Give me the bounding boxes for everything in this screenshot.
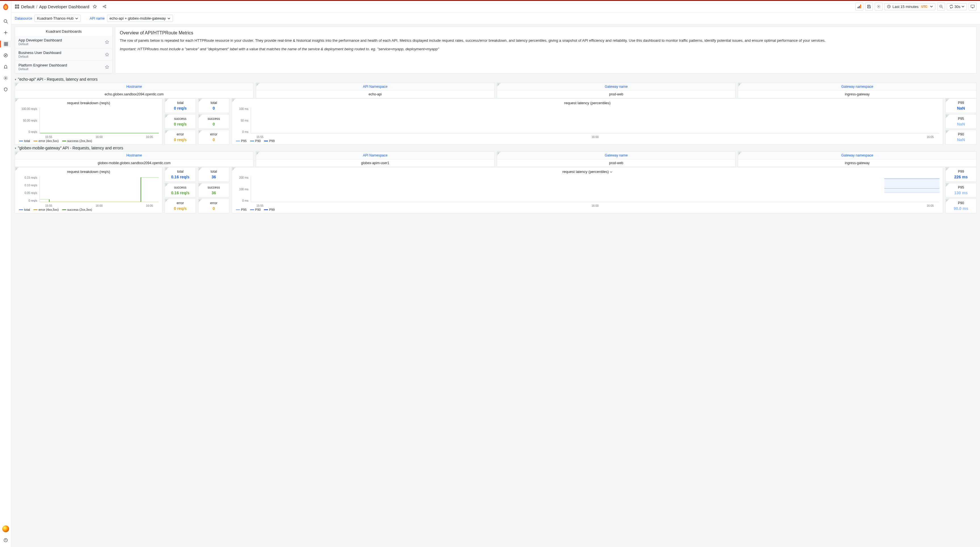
panel-info-icon[interactable]: i [946, 130, 950, 134]
chart-plot[interactable] [40, 107, 159, 134]
chevron-down-icon: ▾ [15, 78, 16, 81]
panel-info-icon[interactable]: i [199, 183, 202, 187]
panel-info-icon[interactable]: i [946, 115, 950, 118]
bell-icon[interactable] [2, 63, 9, 70]
overview-heading: Overview of API/HTTPRoute Metrics [120, 30, 972, 35]
panel-info-icon[interactable]: i [946, 183, 950, 187]
row-header[interactable]: ▾ "echo-api" API - Requests, latency and… [15, 76, 977, 83]
dashlist-item[interactable]: Platform Engineer Dashboard Default [15, 61, 113, 73]
request-latency-panel: i request latency (percentiles) 200 ms10… [232, 167, 943, 213]
explore-icon[interactable] [2, 52, 9, 59]
dashlist-item[interactable]: Business User Dashboard Default [15, 48, 113, 61]
refresh-button[interactable]: 30s [947, 3, 967, 10]
stat-total-rate: itotal0 req/s [165, 98, 196, 113]
info-cell: i API Namespace globex-apim-user1 [256, 152, 495, 167]
svg-rect-5 [6, 42, 8, 44]
var-api-name-label: API name [90, 16, 105, 21]
utc-badge: UTC [920, 5, 928, 8]
grafana-logo-icon[interactable] [2, 3, 10, 11]
info-cell: i API Namespace echo-api [256, 83, 495, 98]
panel-info-icon[interactable]: i [199, 99, 202, 102]
panel-info-icon[interactable]: i [165, 199, 169, 203]
stat-p99: iP99NaN [945, 98, 977, 113]
stat-success-count: isuccess0 [198, 114, 229, 129]
panel-info-icon[interactable]: i [946, 99, 950, 102]
plus-icon[interactable] [2, 29, 9, 36]
overview-body: The row of panels below is repeated for … [120, 38, 972, 43]
zoom-out-icon[interactable] [937, 3, 945, 11]
star-icon[interactable] [105, 40, 109, 44]
add-panel-icon[interactable] [855, 3, 863, 11]
panel-info-icon[interactable]: i [199, 115, 202, 118]
panel-info-icon[interactable]: i [165, 115, 169, 118]
panel-info-icon[interactable]: i [199, 130, 202, 134]
svg-point-9 [5, 78, 6, 79]
chart-plot[interactable] [40, 176, 159, 202]
panel-info-icon[interactable]: i [165, 130, 169, 134]
dashlist-panel: Kuadrant Dashboards App Developer Dashbo… [15, 27, 113, 73]
dashlist-item-name: Business User Dashboard [19, 51, 61, 55]
x-axis: 15:5516:0016:05 [40, 204, 159, 207]
var-datasource-select[interactable]: Kuadrant-Thanos-Hub [34, 15, 81, 22]
panel-info-icon[interactable]: i [165, 167, 169, 171]
chart-legend: total error (4xx,5xx) success (2xx,3xx) [15, 139, 162, 143]
panel-info-icon[interactable]: i [165, 183, 169, 187]
chart-plot[interactable] [251, 107, 939, 134]
save-icon[interactable] [865, 3, 873, 11]
settings-icon[interactable] [875, 3, 883, 11]
chevron-down-icon [75, 17, 78, 20]
info-cell: i Hostname globex-mobile.globex.sandbox2… [15, 152, 253, 167]
y-axis: 200 ms100 ms0 ms [235, 176, 250, 202]
svg-rect-22 [860, 5, 861, 8]
svg-rect-23 [860, 5, 861, 5]
overview-important: Important: HTTPRoutes must include a "se… [120, 47, 439, 51]
overview-text-panel: Overview of API/HTTPRoute Metrics The ro… [115, 27, 977, 73]
svg-rect-37 [885, 179, 939, 193]
stat-success-rate: isuccess0.16 req/s [165, 183, 196, 198]
search-icon[interactable] [2, 18, 9, 25]
star-icon[interactable] [91, 3, 99, 11]
time-range-picker[interactable]: Last 15 minutes UTC [885, 3, 935, 10]
stat-p95: iP95130 ms [945, 183, 977, 198]
apps-icon[interactable] [15, 4, 19, 9]
share-icon[interactable] [100, 3, 108, 11]
shield-icon[interactable] [2, 86, 9, 93]
dashlist-item[interactable]: App Developer Dashboard Default [15, 36, 113, 48]
row-header[interactable]: ▾ "globex-mobile-gateway" API - Requests… [15, 145, 977, 152]
panel-info-icon[interactable]: i [165, 99, 169, 102]
request-breakdown-panel: i request breakdown (req/s) 100.00 req/s… [15, 98, 162, 145]
chart-plot[interactable] [251, 176, 939, 202]
dashlist-item-name: App Developer Dashboard [19, 38, 62, 42]
svg-rect-6 [4, 44, 6, 46]
page-title: App Developer Dashboard [39, 4, 89, 9]
star-icon[interactable] [105, 65, 109, 69]
stat-p90: iP9090.0 ms [945, 199, 977, 213]
x-axis: 15:5516:0016:05 [251, 136, 939, 139]
dashboards-icon[interactable] [0, 41, 11, 48]
panel-info-icon[interactable]: i [199, 199, 202, 203]
panel-info-icon[interactable]: i [946, 167, 950, 171]
panel-info-icon[interactable]: i [946, 199, 950, 203]
svg-rect-24 [868, 5, 869, 6]
monitor-icon[interactable] [969, 3, 977, 11]
stat-success-rate: isuccess0 req/s [165, 114, 196, 129]
user-avatar-icon[interactable] [2, 525, 9, 532]
svg-rect-12 [18, 5, 19, 6]
nav-rail [0, 1, 11, 547]
panel-info-icon[interactable]: i [199, 167, 202, 171]
info-cell: i Gateway namespace ingress-gateway [738, 152, 977, 167]
dashlist-item-folder: Default [19, 42, 62, 46]
help-icon[interactable] [2, 537, 9, 544]
var-api-name-select[interactable]: echo-api + globex-mobile-gateway [107, 15, 173, 22]
svg-point-8 [4, 54, 7, 57]
breadcrumb-folder[interactable]: Default [21, 4, 35, 9]
dashlist-item-name: Platform Engineer Dashboard [19, 63, 67, 67]
star-icon[interactable] [105, 53, 109, 56]
breadcrumb[interactable]: Default / App Developer Dashboard [21, 4, 89, 9]
stat-p95: iP95NaN [945, 114, 977, 129]
stat-error-rate: ierror0 req/s [165, 130, 196, 145]
y-axis: 100 ms50 ms0 ms [235, 107, 250, 134]
gear-icon[interactable] [2, 75, 9, 81]
svg-line-19 [104, 7, 105, 7]
svg-rect-4 [4, 42, 6, 44]
